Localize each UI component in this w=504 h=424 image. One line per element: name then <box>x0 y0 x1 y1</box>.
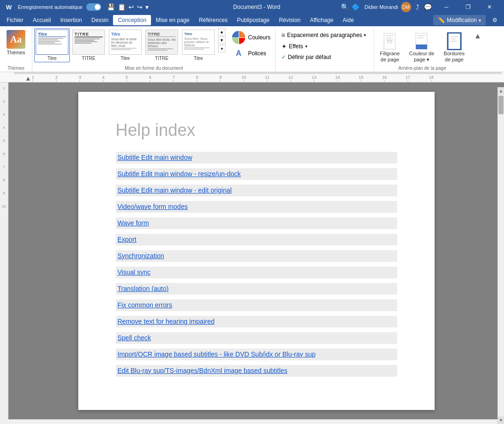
link-visual-sync[interactable]: Visual sync <box>116 267 397 278</box>
svg-text:8: 8 <box>196 75 198 80</box>
filigrane-icon: W <box>382 32 397 51</box>
save-icon[interactable]: 💾 <box>107 3 115 11</box>
bordures-page-label: Borduresde page <box>444 51 465 63</box>
document-page: Help index Subtitle Edit main window Sub… <box>78 92 435 410</box>
themes-button[interactable]: Aa Thèmes <box>4 28 28 57</box>
polices-button[interactable]: A Polices <box>229 46 273 61</box>
redo-icon[interactable]: ↪ <box>137 3 143 11</box>
link-export[interactable]: Export <box>116 234 397 245</box>
espacement-arrow: ▾ <box>364 33 366 37</box>
theme-item-label-default: Titre <box>47 56 57 61</box>
menu-insertion[interactable]: Insertion <box>56 15 87 25</box>
menu-revision[interactable]: Révision <box>274 15 305 25</box>
share-icon[interactable]: ⤴ <box>416 3 419 11</box>
svg-text:12: 12 <box>288 75 293 80</box>
link-fix-errors[interactable]: Fix common errors <box>116 299 397 311</box>
couleur-page-button[interactable]: Couleur depage ▾ <box>406 30 438 65</box>
background-content: W Filigranede page Couleur depage ▾ Bord… <box>376 28 468 65</box>
ribbon-collapse-button[interactable]: ▲ <box>472 30 483 42</box>
theme-item-blue[interactable]: Titre Sous-titre le texte en dessous du … <box>107 28 143 62</box>
polices-icon: A <box>232 47 245 60</box>
scrollbar-right: ▲ ▼ <box>497 87 504 419</box>
menu-accueil[interactable]: Accueil <box>28 15 56 25</box>
autosave-toggle[interactable] <box>86 3 101 11</box>
user-info: 🔍 🔷 Didier Morandi DM ⤴ 💬 <box>341 2 432 12</box>
link-spell-check[interactable]: Spell check <box>116 332 397 344</box>
svg-text:W: W <box>387 37 394 45</box>
minimize-button[interactable]: ─ <box>436 0 457 14</box>
bordures-page-button[interactable]: Borduresde page <box>440 30 468 65</box>
menu-aide[interactable]: Aide <box>338 15 359 25</box>
menu-mise-en-page[interactable]: Mise en page <box>151 15 194 25</box>
espacement-paragraphes-button[interactable]: ≡ Espacement des paragraphes ▾ <box>278 30 370 40</box>
ribbon-options[interactable]: ⚙ <box>488 15 502 25</box>
ruler-num-3: 3 <box>0 112 8 126</box>
ribbon-group-background: W Filigranede page Couleur depage ▾ Bord… <box>374 28 472 72</box>
link-import-ocr[interactable]: Import/OCR image based subtitles - like … <box>116 349 397 360</box>
theme-carousel: Titre Titre TITRE <box>34 28 216 62</box>
definir-defaut-button[interactable]: ✓ Définir par défaut <box>278 52 335 62</box>
spacing-group-label <box>278 70 370 72</box>
svg-text:13: 13 <box>312 75 316 80</box>
svg-text:16: 16 <box>382 75 387 80</box>
svg-text:17: 17 <box>406 75 410 80</box>
restore-button[interactable]: ❐ <box>457 0 479 14</box>
link-edit-bluray[interactable]: Edit Blu-ray sup/TS-images/BdnXml image … <box>116 365 397 377</box>
scroll-up-button[interactable]: ▲ <box>498 87 504 95</box>
definir-defaut-label: Définir par défaut <box>288 54 331 60</box>
effets-icon: ✦ <box>281 43 287 50</box>
bing-icon[interactable]: 🔷 <box>352 3 360 11</box>
espacement-label: Espacement des paragraphes <box>287 32 362 38</box>
link-translation[interactable]: Translation (auto) <box>116 283 397 295</box>
carousel-down-button[interactable]: ▼ <box>218 37 226 44</box>
scroll-down-button[interactable]: ▼ <box>498 417 504 419</box>
autosave-label: Enregistrement automatique <box>18 4 83 10</box>
undo-icon[interactable]: ↩ <box>128 3 134 11</box>
save-copy-icon[interactable]: 📋 <box>118 3 126 11</box>
themes-icon: Aa <box>7 30 25 49</box>
menu-publipostage[interactable]: Publipostage <box>233 15 274 25</box>
menu-fichier[interactable]: Fichier <box>2 15 28 25</box>
modification-button[interactable]: ✏️ Modification ▾ <box>433 15 486 25</box>
background-group-label: Arrière-plan de la page <box>376 65 468 72</box>
theme-item-small[interactable]: Titre Sous-titre: Vous pouvez utiliser l… <box>181 28 216 62</box>
ruler-num-9: 9 <box>0 191 8 204</box>
link-subtitle-edit[interactable]: Subtitle Edit main window <box>116 152 397 164</box>
carousel-up-button[interactable]: ▲ <box>218 28 226 36</box>
more-icon[interactable]: ▾ <box>145 3 149 11</box>
checkmark-icon: ✓ <box>281 54 286 60</box>
link-subtitle-edit-original[interactable]: Subtitle Edit main window - edit origina… <box>116 185 397 196</box>
menu-conception[interactable]: Conception <box>113 15 151 25</box>
menu-references[interactable]: Références <box>194 15 232 25</box>
menu-dessin[interactable]: Dessin <box>87 15 113 25</box>
link-video-wave[interactable]: Video/wave form modes <box>116 201 397 213</box>
word-logo: W <box>4 2 14 12</box>
link-wave-form[interactable]: Wave form <box>116 217 397 229</box>
comments-icon[interactable]: 💬 <box>424 3 432 11</box>
ruler: 1 2 3 4 5 6 7 8 9 10 11 12 13 14 15 16 1… <box>0 72 504 82</box>
couleurs-button[interactable]: Couleurs <box>229 30 273 45</box>
effets-button[interactable]: ✦ Effets ▾ <box>278 41 311 52</box>
ruler-num-4: 4 <box>0 126 8 139</box>
ruler-num-10: 10 <box>0 204 8 217</box>
theme-item-default[interactable]: Titre Titre <box>34 28 70 62</box>
ruler-num-5: 5 <box>0 139 8 152</box>
effets-arrow: ▾ <box>305 44 308 49</box>
link-subtitle-edit-resize[interactable]: Subtitle Edit main window - resize/un-do… <box>116 168 397 180</box>
theme-item-grey-caps[interactable]: TITRE Sous-titre texte, les tablesles de… <box>144 28 180 62</box>
search-icon[interactable]: 🔍 <box>341 3 349 11</box>
theme-item-label-blue: Titre <box>120 56 130 61</box>
link-remove-text[interactable]: Remove text for hearing impaired <box>116 316 397 327</box>
theme-item-caps[interactable]: TITRE TITRE <box>71 28 106 62</box>
user-avatar[interactable]: DM <box>401 2 411 12</box>
svg-rect-7 <box>418 35 425 36</box>
scroll-track[interactable] <box>498 95 504 417</box>
bordures-page-icon <box>447 32 462 51</box>
filigrane-button[interactable]: W Filigranede page <box>376 30 403 65</box>
link-synchronization[interactable]: Synchronization <box>116 250 397 262</box>
close-button[interactable]: ✕ <box>479 0 500 14</box>
doc-format-content: Titre Titre TITRE <box>34 28 273 65</box>
carousel-more-button[interactable]: ▾ <box>218 45 226 52</box>
menu-affichage[interactable]: Affichage <box>305 15 338 25</box>
doc-name-label: Document3 - Word <box>233 4 280 10</box>
